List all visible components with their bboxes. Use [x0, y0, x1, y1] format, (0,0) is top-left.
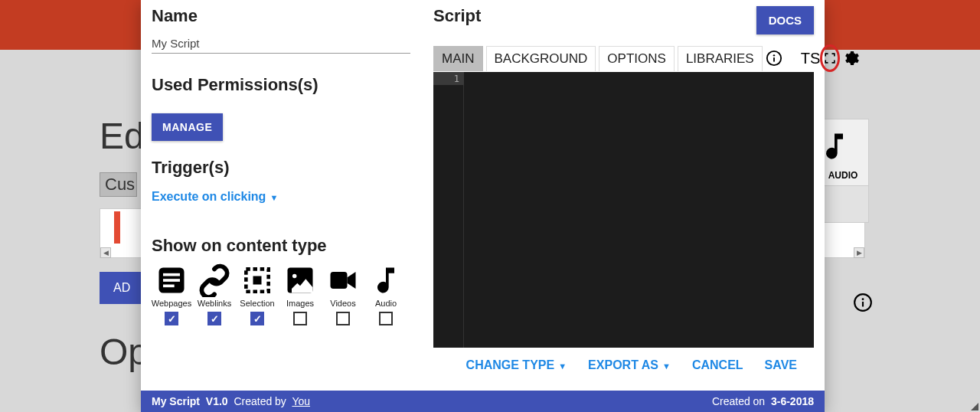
code-editor[interactable]: 1 — [433, 72, 814, 348]
modal-right-panel: Script DOCS MAIN BACKGROUND OPTIONS LIBR… — [433, 0, 825, 372]
svg-rect-5 — [163, 279, 180, 282]
export-as-dropdown[interactable]: EXPORT AS ▼ — [588, 358, 671, 372]
scroll-left-arrow[interactable]: ◀ — [100, 247, 111, 258]
chevron-down-icon: ▼ — [267, 193, 278, 202]
content-type-webpages: Webpages — [152, 263, 191, 325]
videos-icon — [326, 263, 360, 297]
docs-button[interactable]: DOCS — [756, 6, 814, 34]
content-type-weblinks-checkbox[interactable] — [207, 312, 221, 325]
content-types-row: Webpages Weblinks Selection — [152, 263, 423, 325]
save-button[interactable]: SAVE — [765, 358, 797, 372]
content-type-audio-checkbox[interactable] — [379, 312, 393, 325]
tab-libraries[interactable]: LIBRARIES — [678, 46, 763, 71]
typescript-toggle[interactable]: TS — [801, 50, 821, 67]
script-editor-modal: Name Used Permissions(s) MANAGE Trigger(… — [141, 0, 825, 412]
svg-rect-4 — [163, 273, 180, 276]
tab-options[interactable]: OPTIONS — [599, 46, 675, 71]
footer-right: Created on 3-6-2018 — [712, 395, 814, 407]
tab-main[interactable]: MAIN — [433, 46, 483, 71]
fullscreen-icon — [822, 51, 838, 66]
settings-button[interactable] — [841, 49, 860, 67]
content-type-images: Images — [280, 263, 320, 325]
gear-icon — [841, 49, 860, 67]
webpages-icon — [155, 263, 188, 297]
resize-handle[interactable] — [971, 403, 978, 410]
modal-footer: My Script V1.0 Created by You Created on… — [141, 391, 825, 412]
fullscreen-button[interactable] — [820, 44, 840, 72]
content-type-weblinks: Weblinks — [194, 263, 234, 325]
author-link[interactable]: You — [292, 395, 310, 407]
content-type-heading: Show on content type — [152, 236, 423, 256]
images-icon — [283, 263, 317, 297]
scroll-right-arrow[interactable]: ▶ — [854, 247, 864, 258]
trigger-dropdown[interactable]: Execute on clicking ▼ — [152, 190, 423, 204]
audio-card-label: AUDIO — [818, 167, 868, 185]
selection-icon — [240, 263, 274, 297]
triggers-heading: Trigger(s) — [152, 158, 423, 178]
audio-content-card: AUDIO — [817, 119, 869, 223]
name-section-heading: Name — [152, 6, 423, 26]
script-section-heading: Script — [433, 6, 481, 26]
content-type-audio: Audio — [366, 263, 406, 325]
svg-rect-2 — [862, 302, 864, 307]
content-type-webpages-checkbox[interactable] — [165, 312, 178, 325]
manage-permissions-button[interactable]: MANAGE — [152, 113, 223, 141]
content-type-videos: Videos — [323, 263, 363, 325]
change-type-dropdown[interactable]: CHANGE TYPE ▼ — [466, 358, 567, 372]
content-type-images-checkbox[interactable] — [293, 312, 307, 325]
stripe-decoration — [114, 211, 120, 244]
audio-icon — [369, 263, 403, 297]
editor-tabs: MAIN BACKGROUND OPTIONS LIBRARIES TS — [433, 44, 814, 72]
permissions-heading: Used Permissions(s) — [152, 75, 423, 95]
add-button[interactable]: AD — [100, 272, 144, 304]
content-type-selection: Selection — [237, 263, 277, 325]
content-type-selection-checkbox[interactable] — [250, 312, 264, 325]
libraries-info-icon[interactable] — [766, 50, 782, 67]
footer-left: My Script V1.0 Created by You — [152, 395, 310, 407]
svg-rect-6 — [163, 285, 175, 288]
svg-rect-14 — [773, 57, 775, 62]
content-type-videos-checkbox[interactable] — [336, 312, 350, 325]
chevron-down-icon: ▼ — [556, 361, 567, 371]
modal-left-panel: Name Used Permissions(s) MANAGE Trigger(… — [141, 0, 433, 325]
chevron-down-icon: ▼ — [660, 361, 671, 371]
line-number: 1 — [433, 72, 464, 86]
script-name-input[interactable] — [152, 34, 410, 54]
weblinks-icon — [198, 263, 231, 297]
svg-rect-11 — [331, 272, 348, 289]
svg-point-1 — [862, 298, 864, 300]
svg-rect-8 — [253, 276, 262, 285]
tab-background[interactable]: BACKGROUND — [486, 46, 596, 71]
info-fab[interactable] — [853, 293, 873, 312]
cancel-button[interactable]: CANCEL — [692, 358, 743, 372]
modal-actions: CHANGE TYPE ▼ EXPORT AS ▼ CANCEL SAVE — [433, 348, 814, 372]
svg-point-13 — [773, 54, 774, 56]
svg-point-10 — [292, 274, 297, 279]
